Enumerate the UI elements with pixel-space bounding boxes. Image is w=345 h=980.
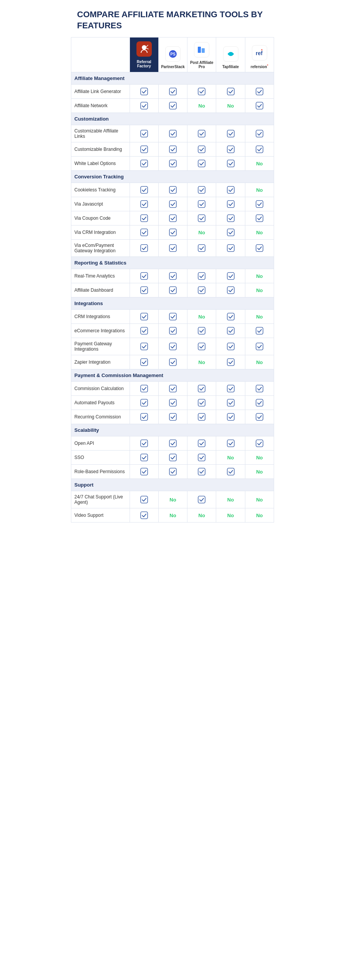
feature-label: Recurring Commission	[71, 410, 130, 424]
feature-value-2	[187, 382, 216, 396]
feature-value-4	[245, 338, 274, 355]
feature-value-0	[130, 142, 158, 157]
feature-value-0	[130, 382, 158, 396]
svg-rect-48	[198, 245, 205, 252]
feature-value-1	[158, 269, 187, 283]
feature-value-4	[245, 382, 274, 396]
tool-header-2: Post Affiliate Pro	[187, 38, 216, 72]
svg-rect-56	[169, 287, 176, 294]
svg-rect-66	[256, 327, 263, 334]
svg-rect-70	[227, 343, 234, 350]
feature-label: Via eCom/Payment Gateway Integration	[71, 240, 130, 257]
feature-value-4: No	[245, 355, 274, 369]
svg-rect-40	[198, 215, 205, 222]
section-header-scalability: Scalability	[71, 424, 274, 436]
feature-value-4: No	[245, 465, 274, 479]
feature-value-4	[245, 85, 274, 99]
feature-label: Automated Payouts	[71, 396, 130, 410]
section-header-affiliate-management: Affiliate Management	[71, 72, 274, 85]
feature-value-3	[216, 396, 245, 410]
svg-rect-83	[227, 399, 234, 406]
svg-rect-30	[169, 186, 176, 193]
table-row: Open API	[71, 436, 274, 451]
feature-value-4: No	[245, 269, 274, 283]
table-row: Zapier Integration No No	[71, 355, 274, 369]
feature-value-1	[158, 125, 187, 142]
table-row: Via Javascript	[71, 197, 274, 211]
feature-value-1	[158, 436, 187, 451]
feature-value-1	[158, 99, 187, 113]
svg-rect-68	[169, 343, 176, 350]
table-row: Real-Time Analytics No	[71, 269, 274, 283]
feature-value-1	[158, 240, 187, 257]
svg-rect-9	[198, 88, 205, 95]
table-row: eCommerce Integrations	[71, 324, 274, 338]
feature-label: Customizable Affiliate Links	[71, 125, 130, 142]
feature-label: SSO	[71, 451, 130, 465]
svg-rect-8	[169, 88, 176, 95]
feature-value-4	[245, 324, 274, 338]
feature-value-4	[245, 211, 274, 225]
svg-rect-60	[169, 313, 176, 320]
svg-rect-32	[227, 186, 234, 193]
svg-rect-49	[227, 245, 234, 252]
svg-rect-104	[141, 512, 148, 519]
feature-label: Role-Based Permissions	[71, 465, 130, 479]
svg-rect-84	[256, 399, 263, 406]
feature-label: eCommerce Integrations	[71, 324, 130, 338]
feature-value-2	[187, 157, 216, 171]
feature-value-3	[216, 269, 245, 283]
feature-value-3	[216, 324, 245, 338]
svg-rect-28	[227, 160, 234, 167]
svg-rect-100	[198, 468, 205, 475]
table-row: Via eCom/Payment Gateway Integration	[71, 240, 274, 257]
svg-rect-97	[198, 454, 205, 461]
feature-value-0	[130, 355, 158, 369]
svg-rect-80	[141, 399, 148, 406]
table-row: Payment Gateway Integrations	[71, 338, 274, 355]
feature-value-0	[130, 436, 158, 451]
feature-value-2: No	[187, 310, 216, 324]
svg-rect-17	[198, 130, 205, 137]
feature-value-0	[130, 508, 158, 523]
tool-header-3: Tapfiliate	[216, 38, 245, 72]
feature-value-1	[158, 183, 187, 197]
feature-value-0	[130, 269, 158, 283]
feature-value-2	[187, 183, 216, 197]
feature-label: CRM Integrations	[71, 310, 130, 324]
svg-rect-98	[141, 468, 148, 475]
feature-value-3	[216, 410, 245, 424]
feature-column-header	[71, 38, 130, 72]
feature-value-0	[130, 157, 158, 171]
svg-rect-45	[227, 229, 234, 236]
svg-rect-7	[141, 88, 148, 95]
feature-value-1	[158, 355, 187, 369]
svg-rect-57	[198, 287, 205, 294]
feature-value-2	[187, 324, 216, 338]
svg-rect-35	[198, 201, 205, 207]
feature-value-4: No	[245, 157, 274, 171]
feature-value-1	[158, 85, 187, 99]
feature-value-1	[158, 283, 187, 297]
feature-value-4: No	[245, 225, 274, 240]
feature-value-2	[187, 338, 216, 355]
svg-rect-29	[141, 186, 148, 193]
svg-rect-91	[169, 440, 176, 447]
feature-value-0	[130, 125, 158, 142]
feature-value-1	[158, 225, 187, 240]
table-row: Commission Calculation	[71, 382, 274, 396]
svg-rect-74	[227, 359, 234, 366]
svg-rect-43	[141, 229, 148, 236]
svg-rect-23	[227, 146, 234, 153]
table-row: Recurring Commission	[71, 410, 274, 424]
svg-rect-21	[169, 146, 176, 153]
feature-label: 24/7 Chat Support (Live Agent)	[71, 491, 130, 508]
svg-rect-77	[198, 385, 205, 392]
svg-point-0	[142, 45, 146, 50]
feature-value-2	[187, 396, 216, 410]
feature-value-3	[216, 183, 245, 197]
svg-rect-42	[256, 215, 263, 222]
table-row: Affiliate Link Generator	[71, 85, 274, 99]
feature-value-0	[130, 410, 158, 424]
feature-value-1	[158, 197, 187, 211]
